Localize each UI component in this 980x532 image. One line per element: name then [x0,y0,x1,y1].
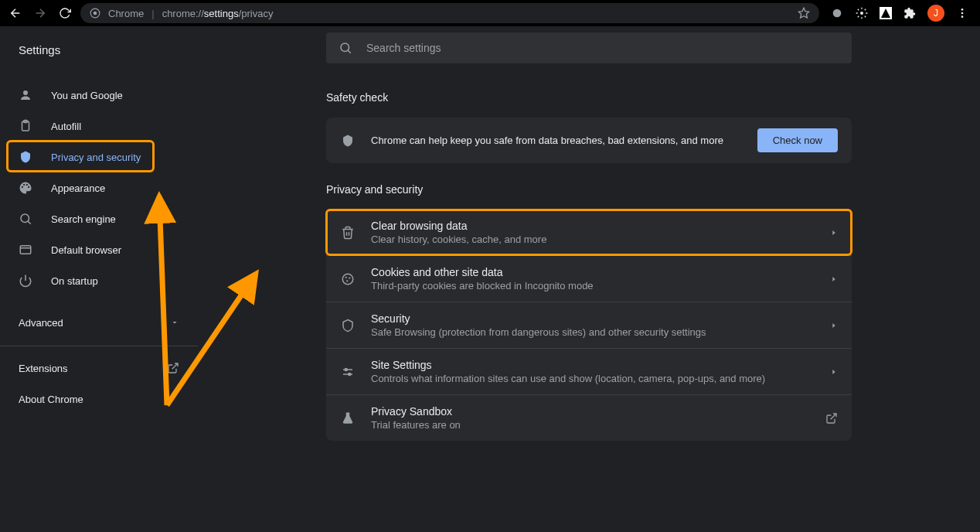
row-subtitle: Trial features are on [371,419,810,431]
power-icon [19,274,34,288]
svg-point-7 [961,15,964,18]
trash-icon [340,226,356,240]
privacy-list-card: Clear browsing data Clear history, cooki… [326,210,852,441]
svg-point-5 [961,9,964,11]
chevron-right-icon [830,229,838,237]
row-subtitle: Safe Browsing (protection from dangerous… [371,326,815,338]
sidebar-advanced[interactable]: Advanced [0,307,198,338]
extension-icons: J [825,5,974,22]
privacy-section-heading: Privacy and security [326,183,852,196]
svg-point-4 [860,12,863,15]
reload-button[interactable] [56,4,74,22]
sidebar-item-search-engine[interactable]: Search engine [0,203,189,234]
sidebar-item-privacy-and-security[interactable]: Privacy and security [0,142,189,172]
row-title: Cookies and other site data [371,266,815,278]
sidebar-divider [0,346,198,346]
sidebar-item-default-browser[interactable]: Default browser [0,234,189,265]
sidebar-item-appearance[interactable]: Appearance [0,172,189,203]
svg-point-18 [345,276,347,278]
safety-check-row: Chrome can help keep you safe from data … [326,118,852,163]
row-subtitle: Controls what information sites can use … [371,373,815,384]
shield-icon [340,319,356,332]
svg-point-8 [23,90,28,95]
sidebar-item-label: Default browser [51,244,121,256]
address-bar[interactable]: Chrome | chrome://settings/privacy [80,3,819,23]
person-icon [19,88,34,102]
svg-point-11 [21,214,29,223]
chevron-right-icon [830,368,838,376]
browser-toolbar: Chrome | chrome://settings/privacy J [0,0,980,26]
shield-icon [340,134,356,148]
chevron-down-icon [170,318,179,327]
shield-icon [19,150,34,164]
content-wrapper: Safety check Chrome can help keep you sa… [326,91,852,461]
settings-title: Settings [0,43,198,72]
nav-list: You and Google Autofill Privacy and secu… [0,72,198,296]
kebab-menu-icon[interactable] [955,6,969,20]
extensions-puzzle-icon[interactable] [903,6,917,20]
check-now-button[interactable]: Check now [757,128,838,152]
svg-point-16 [341,43,349,52]
svg-point-19 [349,277,350,278]
row-title: Site Settings [371,359,815,371]
address-divider: | [151,8,154,19]
row-title: Privacy Sandbox [371,405,810,418]
row-clear-browsing-data[interactable]: Clear browsing data Clear history, cooki… [326,210,852,256]
svg-line-15 [172,363,178,369]
svg-rect-12 [20,246,31,254]
sidebar-extensions[interactable]: Extensions [0,353,198,384]
svg-marker-2 [798,8,808,18]
row-subtitle: Clear history, cookies, cache, and more [371,234,815,245]
external-link-icon [167,362,179,374]
svg-point-24 [349,373,351,375]
search-icon [339,41,352,55]
chrome-logo-icon [90,8,100,19]
row-cookies[interactable]: Cookies and other site data Third-party … [326,256,852,302]
svg-point-6 [961,12,964,15]
row-security[interactable]: Security Safe Browsing (protection from … [326,302,852,349]
clipboard-icon [19,119,34,133]
chevron-right-icon [830,275,838,283]
sidebar-extensions-label: Extensions [19,363,68,374]
extension-icon-3[interactable] [880,7,892,19]
address-site-label: Chrome [108,8,144,19]
row-text: Site Settings Controls what information … [371,359,815,384]
row-title: Security [371,312,815,325]
row-text: Security Safe Browsing (protection from … [371,312,815,338]
sidebar-advanced-label: Advanced [19,317,63,329]
profile-avatar[interactable]: J [927,5,944,22]
sidebar-item-label: Autofill [51,121,81,132]
address-url: chrome://settings/privacy [162,8,274,19]
forward-button[interactable] [31,4,49,22]
search-icon [19,212,34,226]
extension-icon-1[interactable] [830,6,844,20]
row-privacy-sandbox[interactable]: Privacy Sandbox Trial features are on [326,395,852,441]
sidebar-item-label: Appearance [51,182,105,194]
search-settings-input[interactable] [366,42,839,54]
sidebar-item-label: Search engine [51,213,116,225]
sidebar-item-on-startup[interactable]: On startup [0,265,189,296]
browser-window-icon [19,243,34,257]
gear-icon[interactable] [855,6,869,20]
svg-point-17 [342,274,353,285]
palette-icon [19,181,34,195]
sidebar-item-label: On startup [51,275,98,287]
row-subtitle: Third-party cookies are blocked in Incog… [371,280,815,292]
sidebar-item-label: Privacy and security [51,152,141,163]
row-text: Cookies and other site data Third-party … [371,266,815,292]
sidebar-item-you-and-google[interactable]: You and Google [0,80,189,111]
safety-check-heading: Safety check [326,91,852,104]
sliders-icon [340,365,356,379]
row-site-settings[interactable]: Site Settings Controls what information … [326,349,852,395]
safety-check-card: Chrome can help keep you safe from data … [326,118,852,163]
svg-line-25 [831,414,836,419]
sidebar-about-chrome[interactable]: About Chrome [0,384,198,414]
sidebar-item-autofill[interactable]: Autofill [0,111,189,142]
svg-point-3 [833,9,842,18]
bookmark-star-icon[interactable] [798,7,810,19]
back-button[interactable] [6,4,25,22]
svg-point-20 [346,280,348,281]
search-settings-bar[interactable] [326,32,852,63]
main-content: Safety check Chrome can help keep you sa… [198,26,980,532]
external-link-icon [825,412,838,425]
